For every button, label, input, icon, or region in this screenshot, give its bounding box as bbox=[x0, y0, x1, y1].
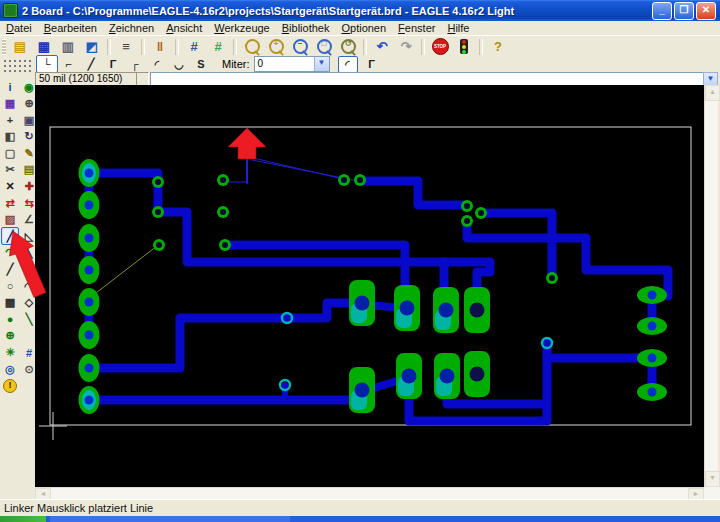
open-button[interactable]: ▤ bbox=[8, 36, 32, 57]
eagle-board-editor-window: 2 Board - C:\Programme\EAGLE-4.16r2\proj… bbox=[0, 0, 720, 522]
palette-row: ▨∠ bbox=[1, 211, 39, 228]
help-button[interactable]: ? bbox=[486, 36, 510, 57]
rect-tool[interactable]: ▩ bbox=[1, 294, 19, 312]
via-hole bbox=[222, 242, 228, 248]
cam-processor-button[interactable]: ◩ bbox=[80, 36, 104, 57]
miter-straight-button[interactable]: Γ bbox=[362, 56, 382, 73]
menu-bibliothek[interactable]: Bibliothek bbox=[276, 21, 336, 35]
info-tool[interactable]: i bbox=[1, 78, 19, 96]
zoom-out-button[interactable]: − bbox=[288, 36, 312, 57]
board-button[interactable]: # bbox=[206, 36, 230, 57]
menu-bar: DateiBearbeitenZeichnenAnsichtWerkzeugeB… bbox=[0, 21, 720, 35]
zoom-fit-button[interactable] bbox=[240, 36, 264, 57]
pad-hole bbox=[85, 201, 94, 210]
palette-row: ⇄⇆ bbox=[1, 194, 39, 211]
menu-optionen[interactable]: Optionen bbox=[335, 21, 392, 35]
pad-hole bbox=[648, 388, 657, 397]
save-button[interactable]: ▦ bbox=[32, 36, 56, 57]
print-button[interactable]: ▥ bbox=[56, 36, 80, 57]
palette-row: ╱◺ bbox=[1, 227, 39, 244]
ratsnest-tool[interactable]: ✳ bbox=[1, 344, 19, 362]
library-button[interactable]: ‖ bbox=[148, 36, 172, 57]
via-tool[interactable]: ● bbox=[1, 310, 19, 328]
zoom-redraw-button[interactable]: ↺ bbox=[336, 36, 360, 57]
pad-hole bbox=[85, 364, 94, 373]
delete-tool[interactable]: ✕ bbox=[1, 178, 19, 196]
menu-ansicht[interactable]: Ansicht bbox=[160, 21, 208, 35]
errors-tool[interactable]: ! bbox=[1, 377, 19, 395]
mirror-tool[interactable]: ◧ bbox=[1, 128, 19, 146]
route-tool[interactable]: ╱ bbox=[1, 227, 19, 245]
pcb-drawing bbox=[35, 85, 704, 487]
palette-row: ↷╲ bbox=[1, 244, 39, 261]
pad-hole bbox=[85, 396, 94, 405]
windows-taskbar[interactable] bbox=[0, 516, 720, 522]
chevron-down-icon[interactable]: ▼ bbox=[314, 57, 329, 71]
bend-style-6[interactable]: ◡ bbox=[168, 55, 190, 73]
scroll-down-icon[interactable]: ▼ bbox=[705, 471, 720, 487]
menu-werkzeuge[interactable]: Werkzeuge bbox=[208, 21, 275, 35]
pad-hole bbox=[85, 169, 94, 178]
display-tool[interactable]: ▦ bbox=[1, 95, 19, 113]
board-canvas[interactable] bbox=[35, 85, 704, 487]
move-tool[interactable]: + bbox=[1, 111, 19, 129]
circle-tool[interactable]: ○ bbox=[1, 277, 19, 295]
toolbar-separator bbox=[175, 39, 179, 55]
vertical-scrollbar[interactable]: ▲ ▼ bbox=[704, 85, 718, 487]
bend-style-3[interactable]: Γ bbox=[102, 55, 124, 73]
hole-tool[interactable]: ⊕ bbox=[1, 327, 19, 345]
palette-row: +▣ bbox=[1, 111, 39, 128]
cut-tool[interactable]: ✂ bbox=[1, 161, 19, 179]
copper-trace bbox=[225, 245, 405, 294]
palette-row: ○◠ bbox=[1, 277, 39, 294]
miter-combobox[interactable]: 0 ▼ bbox=[254, 56, 330, 72]
zoom-select-button[interactable]: □ bbox=[312, 36, 336, 57]
miter-round-button[interactable]: ◜ bbox=[338, 56, 358, 73]
zoom-out-icon: − bbox=[293, 39, 308, 54]
close-button[interactable]: ✕ bbox=[696, 2, 716, 20]
start-button[interactable] bbox=[0, 516, 46, 522]
toolbar-separator bbox=[141, 39, 145, 55]
optimize-tool[interactable]: ↷ bbox=[1, 244, 19, 262]
stop-button[interactable]: STOP bbox=[428, 36, 452, 57]
menu-hilfe[interactable]: Hilfe bbox=[441, 21, 475, 35]
go-button[interactable] bbox=[452, 36, 476, 57]
palette-row: ◎⊙ bbox=[1, 360, 39, 377]
redo-button[interactable]: ↷ bbox=[394, 36, 418, 57]
title-bar[interactable]: 2 Board - C:\Programme\EAGLE-4.16r2\proj… bbox=[0, 0, 720, 21]
bend-style-0[interactable]: └ bbox=[36, 55, 58, 73]
toolbar-separator bbox=[479, 39, 483, 55]
drc-tool[interactable]: ◎ bbox=[1, 360, 19, 378]
taskbar-button[interactable] bbox=[50, 516, 290, 522]
via-hole bbox=[156, 242, 162, 248]
zoom-in-button[interactable]: + bbox=[264, 36, 288, 57]
via-hole bbox=[155, 179, 161, 185]
wire-tool[interactable]: ╱ bbox=[1, 261, 19, 279]
via-hole bbox=[220, 209, 226, 215]
minimize-button[interactable]: _ bbox=[652, 2, 672, 20]
menu-zeichnen[interactable]: Zeichnen bbox=[103, 21, 160, 35]
toolbar-separator bbox=[107, 39, 111, 55]
schematic-button[interactable]: # bbox=[182, 36, 206, 57]
bend-style-4[interactable]: ┌ bbox=[124, 55, 146, 73]
bend-style-7[interactable]: S bbox=[190, 55, 212, 73]
pinswap-tool[interactable]: ⇄ bbox=[1, 194, 19, 212]
bend-style-1[interactable]: ⌐ bbox=[58, 55, 80, 73]
palette-row: ╱T bbox=[1, 261, 39, 278]
pad-hole bbox=[85, 234, 94, 243]
script-button[interactable]: ≡ bbox=[114, 36, 138, 57]
pad-hole bbox=[440, 369, 455, 384]
restore-button[interactable]: ❐ bbox=[674, 2, 694, 20]
menu-bearbeiten[interactable]: Bearbeiten bbox=[38, 21, 103, 35]
smash-tool[interactable]: ▨ bbox=[1, 211, 19, 229]
pad-hole bbox=[648, 291, 657, 300]
group-tool[interactable]: ▢ bbox=[1, 144, 19, 162]
bend-style-2[interactable]: ╱ bbox=[80, 55, 102, 73]
menu-fenster[interactable]: Fenster bbox=[392, 21, 441, 35]
grid-button[interactable] bbox=[2, 58, 32, 73]
bend-style-5[interactable]: ◜ bbox=[146, 55, 168, 73]
menu-datei[interactable]: Datei bbox=[0, 21, 38, 35]
undo-button[interactable]: ↶ bbox=[370, 36, 394, 57]
toolbar-separator bbox=[421, 39, 425, 55]
scroll-up-icon[interactable]: ▲ bbox=[705, 85, 720, 101]
